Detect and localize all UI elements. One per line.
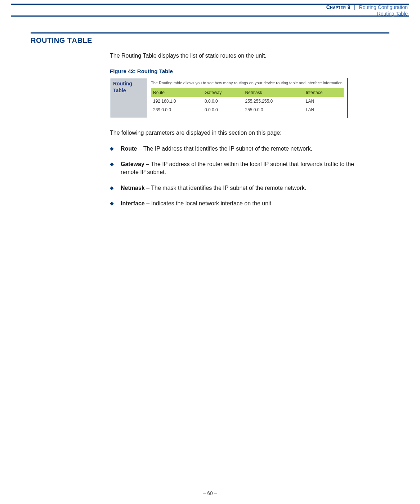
header-breadcrumb: Routing Configuration [359,4,408,10]
figure-caption: Figure 42: Routing Table [110,68,358,75]
page-footer: – 60 – [0,490,420,497]
param-desc: – The IP address of the router within th… [121,161,354,175]
content-column: The Routing Table displays the list of s… [110,52,358,208]
list-item: Interface – Indicates the local network … [110,200,358,208]
figure-side-title: Routing Table [113,80,144,94]
chapter-label: Chapter 9 [326,4,350,10]
param-term: Netmask [121,185,145,191]
list-item: Gateway – The IP address of the router w… [110,160,358,176]
cell-route: 192.168.1.0 [151,97,202,106]
cell-gateway: 0.0.0.0 [202,97,243,106]
heading-part: ABLE [72,36,92,44]
cell-netmask: 255.0.0.0 [243,106,303,114]
cell-route: 239.0.0.0 [151,106,202,114]
heading-part: OUTING [36,36,65,44]
cell-interface: LAN [304,97,344,106]
figure-description: The Routing table allows you to see how … [151,80,344,86]
routing-table: Route Gateway Netmask Interface 192.168.… [151,88,344,115]
heading-part: R [31,36,36,44]
header-subtitle: Routing Table [326,11,408,17]
col-gateway: Gateway [202,88,243,97]
table-header-row: Route Gateway Netmask Interface [151,88,344,97]
section-heading: ROUTING TABLE [31,36,389,45]
param-desc: – Indicates the local network interface … [145,200,273,206]
section-rule [31,32,389,34]
param-desc: – The mask that identifies the IP subnet… [145,185,307,191]
table-row: 239.0.0.0 0.0.0.0 255.0.0.0 LAN [151,106,344,114]
cell-netmask: 255.255.255.0 [243,97,303,106]
cell-interface: LAN [304,106,344,114]
table-row: 192.168.1.0 0.0.0.0 255.255.255.0 LAN [151,97,344,106]
heading-part: T [67,36,72,44]
parameter-list: Route – The IP address that identifies t… [110,145,358,208]
param-term: Interface [121,200,145,206]
param-term: Route [121,146,137,152]
cell-gateway: 0.0.0.0 [202,106,243,114]
param-term: Gateway [121,161,144,167]
col-interface: Interface [304,88,344,97]
figure-body: The Routing table allows you to see how … [147,78,347,118]
header-separator: | [352,4,358,10]
params-intro: The following parameters are displayed i… [110,129,358,137]
figure-side-panel: Routing Table [110,78,147,118]
list-item: Netmask – The mask that identifies the I… [110,184,358,192]
list-item: Route – The IP address that identifies t… [110,145,358,153]
page-body: ROUTING TABLE The Routing Table displays… [31,32,389,215]
col-netmask: Netmask [243,88,303,97]
page-number: – 60 – [203,490,217,496]
param-desc: – The IP address that identifies the IP … [137,146,312,152]
intro-paragraph: The Routing Table displays the list of s… [110,52,358,60]
figure-routing-table: Routing Table The Routing table allows y… [110,78,348,118]
header-text: Chapter 9 | Routing Configuration Routin… [326,4,409,17]
col-route: Route [151,88,202,97]
